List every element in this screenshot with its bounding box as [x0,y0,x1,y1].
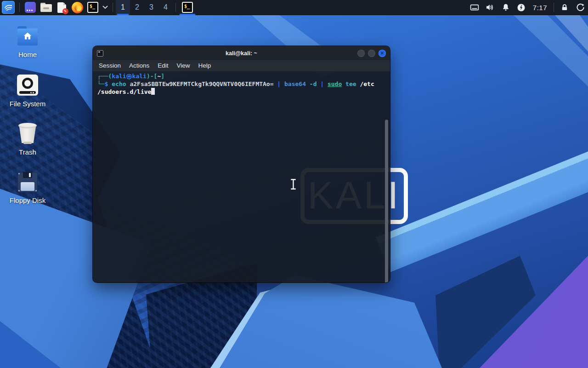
terminal-menubar: Session Actions Edit View Help [93,60,390,71]
launcher-text-editor[interactable]: ✎ [54,0,69,15]
menu-session[interactable]: Session [95,60,125,71]
applications-menu-button[interactable] [0,0,17,15]
screen-lock-button[interactable] [557,0,572,15]
circle-bolt-icon [517,3,526,12]
prompt-frame: └─ [97,80,105,87]
cmd-echo: echo [112,80,126,87]
panel-separator [113,3,113,12]
window-title: kali@kali: ~ [93,50,390,57]
prompt-frame: )-[ [147,73,157,80]
workspace-4[interactable]: 4 [158,0,173,15]
cmd-pipe: | [277,80,281,87]
taskbar-item-terminal[interactable]: $_ [179,0,196,15]
panel-separator [554,3,554,12]
desktop-icon-home[interactable]: Home [5,26,51,58]
desktop-icon-label: Trash [19,148,36,156]
panel-separator [19,3,20,12]
panel-separator [175,3,176,12]
terminal-scrollbar[interactable] [385,120,388,282]
notifications[interactable] [498,0,514,15]
menu-view[interactable]: View [173,60,194,71]
terminal-app-icon [97,50,103,57]
menu-edit[interactable]: Edit [153,60,172,71]
terminal-viewport[interactable]: ┌──(kali㉿kali)-[~] └─$ echo a2FsaSBBTEw9… [93,71,390,282]
prompt-frame: ] [161,73,164,80]
power-manager[interactable] [514,0,529,15]
prompt-dollar: $ [105,80,108,87]
desktop-icon-file-system[interactable]: File System [5,75,51,108]
speaker-icon [486,3,494,12]
hard-drive-icon [17,75,38,96]
logout-icon [576,3,585,12]
workspace-1[interactable]: 1 [116,0,130,15]
terminal-window: kali@kali: ~ ✕ Session Actions Edit View… [93,46,390,282]
folder-icon [40,3,52,12]
cmd-flag-d: -d [310,80,317,87]
desktop-icon-label: Floppy Disk [10,196,45,204]
trash-bin-icon [17,123,38,144]
window-app-icon [25,2,36,13]
top-panel: ✎ $_ 1 2 3 4 $_ [0,0,588,15]
chevron-down-icon [102,6,108,9]
terminal-text-cursor [151,88,155,95]
desktop-icon-label: File System [10,100,45,108]
cmd-sudo: sudo [328,80,342,87]
launcher-file-manager[interactable] [38,0,54,15]
floppy-disk-icon [17,172,38,192]
menu-actions[interactable]: Actions [125,60,153,71]
pencil-badge-icon: ✎ [62,8,68,14]
terminal-icon: $_ [182,2,193,13]
cmd-base64-payload: a2FsaSBBTEw9KEFMTCkgTk9QQVNTV0Q6IEFMTAo= [130,80,273,87]
close-button[interactable]: ✕ [379,50,386,57]
prompt-frame: ┌──( [97,73,112,80]
menu-help[interactable]: Help [194,60,215,71]
command-wrap-line: /sudoers.d/live [97,88,385,96]
firefox-icon [72,2,83,13]
keyboard-icon [470,3,479,12]
cmd-base64: base64 [284,80,306,87]
volume-control[interactable] [482,0,498,15]
launcher-terminal[interactable]: $_ [85,0,101,15]
terminal-icon: $_ [87,2,98,13]
logout-button[interactable] [572,0,588,15]
maximize-button[interactable] [368,50,375,57]
minimize-button[interactable] [357,50,365,57]
home-folder-icon [17,26,39,46]
cmd-pipe: | [320,80,324,87]
prompt-line-1: ┌──(kali㉿kali)-[~] [97,73,385,80]
bell-icon [502,3,510,12]
cmd-path-etc: /etc [360,80,374,87]
command-line: └─$ echo a2FsaSBBTEw9KEFMTCkgTk9QQVNTV0Q… [97,80,385,88]
workspace-2[interactable]: 2 [130,0,144,15]
workspace-3[interactable]: 3 [144,0,158,15]
desktop-icon-floppy-disk[interactable]: Floppy Disk [5,172,51,204]
kali-dragon-icon [2,1,15,14]
lock-icon [560,3,569,12]
desktop-icon-trash[interactable]: Trash [5,123,51,156]
document-icon: ✎ [57,2,66,13]
launcher-firefox[interactable] [69,0,85,15]
clock[interactable]: 7:17 [529,0,551,15]
house-icon [23,31,33,41]
window-titlebar[interactable]: kali@kali: ~ ✕ [93,46,390,60]
launcher-settings-app[interactable] [23,0,38,15]
kali-desktop: KALI Home File System Trash Floppy Disk [0,0,588,368]
desktop-icon-label: Home [18,51,37,58]
prompt-user: kali㉿kali [112,73,147,80]
cmd-path-sudoers: /sudoers.d/live [97,88,151,95]
keyboard-layout-indicator[interactable] [467,0,482,15]
launcher-dropdown-button[interactable] [101,0,110,15]
cmd-tee: tee [345,80,356,87]
